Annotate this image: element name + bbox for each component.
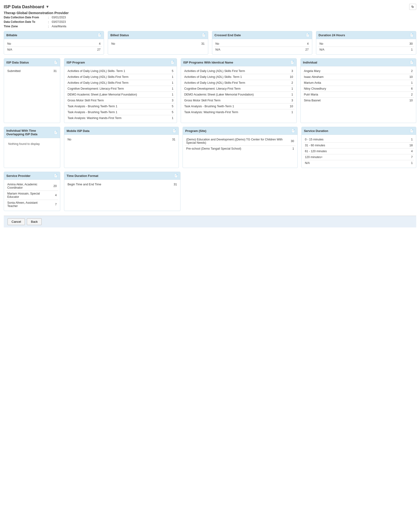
individual-body: Angela Mary2Isaac Abraham10Marium Anita1… <box>301 66 416 105</box>
isp-program-body[interactable]: Activities of Daily Living (ADL) Skills-… <box>64 66 177 123</box>
row-2: ISP Data Status 📄 Submitted31 ISP Progra… <box>4 58 416 123</box>
service-provider-table: Amina Akter, Academic Coordinator20Maria… <box>6 182 58 209</box>
billable-export-icon[interactable]: 📄 <box>97 33 102 37</box>
row-label: Sonia Afreen, Assistant Teacher <box>6 200 49 209</box>
program-site-header: Program (Site) 📄 <box>183 127 297 135</box>
time-duration-header: Time Duration Format 📄 <box>64 172 180 180</box>
row-value: 1 <box>282 86 295 92</box>
crossed-end-card: Crossed End Date 📄 No4N/A27 <box>212 31 312 55</box>
duration24-card: Duration 24 Hours 📄 No30N/A1 <box>316 31 416 55</box>
row-value: 10 <box>282 103 295 109</box>
billed-status-export-icon[interactable]: 📄 <box>202 33 206 37</box>
row-label: Activities of Daily Living (ADL) Skills-… <box>183 80 282 86</box>
row-value: 7 <box>383 154 414 160</box>
row-label: Mariam Hossain, Special Educator <box>6 191 49 200</box>
back-button[interactable]: Back <box>27 218 42 225</box>
table-row: Cognitive Development: Literacy-First Te… <box>183 86 295 92</box>
table-row: N/A27 <box>6 47 102 53</box>
isp-status-export-icon[interactable]: 📄 <box>54 60 58 64</box>
row-label: No <box>214 41 257 47</box>
row-value: 4 <box>49 191 58 200</box>
service-duration-table: 0 - 15 minutes131 - 60 minutes1861 - 120… <box>304 137 414 166</box>
row-label: Activities of Daily Living (ADL) Skills-… <box>66 68 162 74</box>
row-label: No <box>66 137 112 142</box>
row-4: Service Provider 📄 Amina Akter, Academic… <box>4 172 416 211</box>
table-row: Cognitive Development: Literacy-First Te… <box>66 86 175 92</box>
row-label: Niloy Chowdhury <box>303 86 384 92</box>
isp-programs-identical-body: Activities of Daily Living (ADL) Skills … <box>181 66 296 117</box>
row-value: 1 <box>282 92 295 98</box>
mobile-isp-export-icon[interactable]: 📄 <box>172 129 176 133</box>
mobile-isp-title: Mobile ISP Data <box>67 129 89 133</box>
row-value: 4 <box>49 41 102 47</box>
row-label: No <box>318 41 361 47</box>
crossed-end-body: No4N/A27 <box>212 39 312 54</box>
row-value: 31 <box>155 182 178 187</box>
isp-status-body: Submitted31 <box>4 66 60 76</box>
row-label: Cognitive Development: Literacy-First Te… <box>183 86 282 92</box>
row-value: 10 <box>383 98 414 103</box>
program-site-export-icon[interactable]: 📄 <box>291 129 295 133</box>
crossed-end-export-icon[interactable]: 📄 <box>306 33 310 37</box>
timezone-label: Time Zone <box>4 25 46 28</box>
row-label: Activities of Daily Living (ADL) Skills-… <box>66 74 162 80</box>
row-value: 1 <box>282 109 295 115</box>
data-to-value: 03/07/2023 <box>52 20 66 24</box>
table-row: DEMO Academic Sheet (Laker Memorial Foun… <box>183 92 295 98</box>
row-value: 6 <box>383 86 414 92</box>
row-value: 1 <box>383 137 414 143</box>
table-row: Niloy Chowdhury6 <box>303 86 414 92</box>
isp-programs-identical-header: ISP Programs With Identical Name 📄 <box>181 59 296 66</box>
program-site-title: Program (Site) <box>185 129 206 133</box>
table-row: Submitted31 <box>6 68 58 74</box>
mobile-isp-card: Mobile ISP Data 📄 No31 <box>64 127 179 168</box>
service-duration-header: Service Duration 📄 <box>302 127 416 135</box>
row-label: Task Analysis: Washing Hands-First Term <box>66 115 162 121</box>
isp-program-title: ISP Program <box>67 61 85 64</box>
service-provider-export-icon[interactable]: 📄 <box>54 174 58 177</box>
row-value: 1 <box>383 80 414 86</box>
isp-programs-identical-export-icon[interactable]: 📄 <box>290 60 294 64</box>
isp-program-header: ISP Program 📄 <box>64 59 177 66</box>
row-value: 27 <box>49 47 102 53</box>
individual-table: Angela Mary2Isaac Abraham10Marium Anita1… <box>303 68 414 103</box>
service-duration-body: 0 - 15 minutes131 - 60 minutes1861 - 120… <box>302 135 416 168</box>
row-label: No <box>110 41 149 47</box>
individual-overlap-body: Nothing found to display <box>4 138 60 150</box>
row-value: 1 <box>162 74 175 80</box>
row-value: 7 <box>49 200 58 209</box>
billed-status-header: Billed Status 📄 <box>108 31 208 39</box>
table-row: Activities of Daily Living (ADL) Skills-… <box>183 80 295 86</box>
service-duration-export-icon[interactable]: 📄 <box>410 129 414 133</box>
individual-export-icon[interactable]: 📄 <box>410 60 414 64</box>
table-row: Gross Motor Skill First Term3 <box>183 98 295 103</box>
row-label: N/A <box>318 47 361 53</box>
row-value: 31 <box>149 41 206 47</box>
page-title: ISP Data Dashboard <box>4 5 44 9</box>
footer-bar: Cancel Back <box>4 216 416 227</box>
row-label: Cognitive Development: Literacy-First Te… <box>66 86 162 92</box>
data-from-value: 03/01/2023 <box>52 16 66 19</box>
duration24-export-icon[interactable]: 📄 <box>410 33 414 37</box>
row-label: Pre-school (Demo Tangail Special School) <box>185 146 286 152</box>
row-label: Amina Akter, Academic Coordinator <box>6 182 49 191</box>
row-value: 1 <box>162 92 175 98</box>
row-label: Sima Basnet <box>303 98 384 103</box>
individual-overlap-export-icon[interactable]: 📄 <box>54 131 58 134</box>
refresh-button[interactable]: ↻ <box>409 4 416 10</box>
mobile-isp-body: No31 <box>64 135 178 144</box>
crossed-end-title: Crossed End Date <box>215 33 241 37</box>
row-label: Gross Motor Skill First Term <box>183 98 282 103</box>
cancel-button[interactable]: Cancel <box>7 218 25 225</box>
table-row: No31 <box>66 137 177 142</box>
time-duration-export-icon[interactable]: 📄 <box>174 174 178 177</box>
individual-overlap-card: Individual With Time Overlapping ISP Dat… <box>4 127 60 168</box>
individual-overlap-header: Individual With Time Overlapping ISP Dat… <box>4 127 60 138</box>
filter-icon[interactable]: ▼ <box>46 5 49 9</box>
timezone-value: Asia/Manila <box>52 25 66 28</box>
table-row: 120 minutes+7 <box>304 154 414 160</box>
isp-program-export-icon[interactable]: 📄 <box>170 60 174 64</box>
row-value: 1 <box>286 146 296 152</box>
table-row: No30 <box>318 41 414 47</box>
table-row: 0 - 15 minutes1 <box>304 137 414 143</box>
